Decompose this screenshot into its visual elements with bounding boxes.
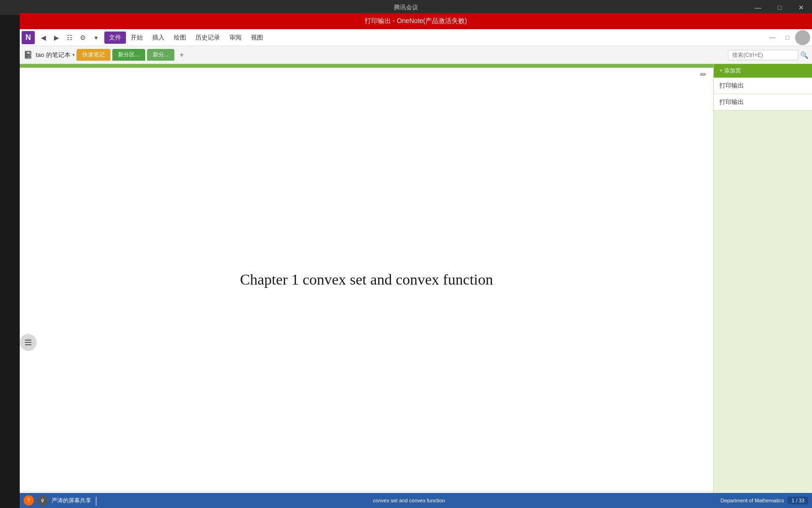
menu-item-插入[interactable]: 插入 — [148, 32, 169, 44]
hamburger-line-1 — [25, 340, 31, 341]
status-icon-1: T — [23, 495, 34, 506]
menu-item-开始[interactable]: 开始 — [126, 32, 148, 44]
menu-bar: N ◀ ▶ ☷ ⚙ ▾ 文件开始插入绘图历史记录审阅视图 — □ ✕ — [20, 29, 812, 46]
sidebar-hamburger[interactable] — [20, 334, 37, 351]
note-content: Chapter 1 convex set and convex function — [20, 68, 713, 491]
error-bar: 打印输出 - OneNote(产品激活失败) — [20, 13, 812, 29]
hamburger-icon — [25, 340, 31, 345]
right-panel: + 添加页 打印输出 打印输出 — [713, 64, 812, 508]
page-item-2[interactable]: 打印输出 — [714, 94, 812, 111]
status-icon-2-text: 🎙 — [40, 498, 45, 503]
notebook-icon-glyph: 📓 — [23, 50, 33, 59]
forward-button[interactable]: ▶ — [50, 31, 63, 44]
notebook-name-text: tao 的笔记本 — [36, 51, 70, 59]
notebook-name[interactable]: tao 的笔记本 ▾ — [36, 51, 75, 59]
menu-item-文件[interactable]: 文件 — [104, 32, 126, 44]
toggle-button[interactable]: ☷ — [63, 31, 76, 44]
main-area: ✏ Chapter 1 convex set and convex functi… — [20, 64, 812, 508]
note-text: Chapter 1 convex set and convex function — [240, 271, 493, 288]
title-bar-text: 腾讯会议 — [394, 3, 418, 12]
status-separator: | — [95, 495, 97, 506]
add-section-button[interactable]: + — [176, 49, 187, 61]
add-page-button[interactable]: + 添加页 — [714, 64, 812, 78]
logo-text: N — [25, 33, 31, 42]
page-item-1[interactable]: 打印输出 — [714, 78, 812, 94]
menu-item-视图[interactable]: 视图 — [246, 32, 268, 44]
status-page: 1 / 33 — [788, 497, 808, 504]
status-mid-text: convex set and convex function — [101, 498, 717, 503]
back-button[interactable]: ◀ — [37, 31, 50, 44]
onenote-logo: N — [22, 31, 35, 44]
hamburger-line-2 — [25, 342, 31, 343]
menu-item-审阅[interactable]: 审阅 — [225, 32, 246, 44]
status-icon-2: 🎙 — [38, 495, 48, 506]
hamburger-line-3 — [25, 344, 31, 345]
page-item-2-label: 打印输出 — [719, 98, 744, 105]
avatar[interactable] — [795, 30, 810, 45]
dropdown-button[interactable]: ▾ — [89, 31, 102, 44]
section-bar — [20, 64, 713, 68]
notebook-icon[interactable]: 📓 — [23, 50, 33, 59]
content-area: ✏ Chapter 1 convex set and convex functi… — [20, 64, 713, 508]
section-tab-xinfenqu2[interactable]: 新分... — [147, 49, 174, 61]
notebook-area: 📓 tao 的笔记本 ▾ 快速笔记 新分区... 新分... + 🔍 — [20, 46, 812, 64]
status-icon-1-text: T — [27, 498, 30, 503]
menu-item-历史记录[interactable]: 历史记录 — [191, 32, 225, 44]
search-area: 🔍 — [728, 50, 808, 60]
notebook-arrow: ▾ — [72, 52, 75, 57]
menu-item-绘图[interactable]: 绘图 — [169, 32, 191, 44]
section-tab-kuaisu[interactable]: 快速笔记 — [77, 49, 110, 61]
status-text-1: 严涛的屏幕共享 — [52, 497, 91, 505]
search-input[interactable] — [728, 50, 798, 60]
onenote-window: 打印输出 - OneNote(产品激活失败) N ◀ ▶ ☷ ⚙ ▾ 文件开始插… — [20, 13, 812, 508]
status-right-text: Department of Mathematics — [720, 498, 784, 503]
settings-button[interactable]: ⚙ — [76, 31, 89, 44]
section-tab-xinfenqu[interactable]: 新分区... — [112, 49, 145, 61]
search-icon[interactable]: 🔍 — [800, 51, 808, 59]
menu-items: 文件开始插入绘图历史记录审阅视图 — [104, 32, 268, 44]
avatar-area — [793, 28, 812, 47]
win-minimize-button[interactable]: — — [765, 31, 780, 44]
bottom-status-bar: T 🎙 严涛的屏幕共享 | convex set and convex func… — [20, 493, 812, 508]
page-item-1-label: 打印输出 — [719, 82, 744, 89]
